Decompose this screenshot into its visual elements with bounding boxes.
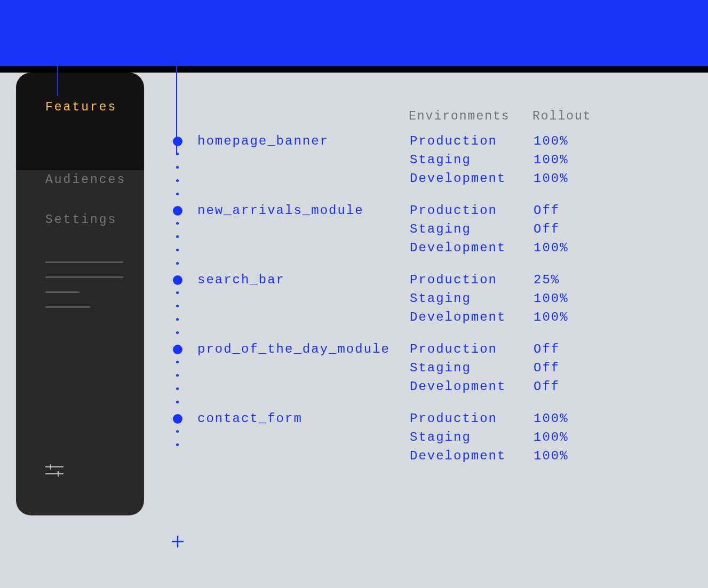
environment-value: Production: [410, 203, 534, 218]
feature-name: contact_form: [197, 411, 410, 426]
rollout-value: Off: [534, 222, 569, 236]
feature-bullet-icon: [173, 414, 182, 424]
rollout-value: 100%: [534, 134, 569, 148]
connector-dots: [176, 153, 179, 195]
rollout-value: 100%: [534, 449, 569, 463]
add-feature-button[interactable]: [170, 534, 186, 550]
sidebar-item-audiences[interactable]: Audiences: [45, 173, 126, 187]
rollout-value: 100%: [534, 411, 569, 426]
sidebar-item-features[interactable]: Features: [45, 100, 117, 114]
connector-dots: [176, 430, 179, 446]
environments-column: ProductionStagingDevelopment: [410, 411, 534, 463]
environment-value: Development: [410, 379, 534, 394]
header-bar: [0, 0, 708, 69]
environment-value: Staging: [410, 222, 534, 236]
rollout-value: 100%: [534, 153, 569, 167]
rollout-value: 100%: [534, 310, 569, 324]
rollout-column: OffOff100%: [534, 203, 569, 255]
environment-value: Production: [410, 273, 534, 287]
environment-value: Development: [410, 449, 534, 463]
feature-bullet-icon: [173, 137, 182, 146]
environment-value: Staging: [410, 153, 534, 167]
features-table: Environments Rollout homepage_bannerProd…: [170, 109, 682, 481]
connector-line-sidebar: [57, 0, 58, 96]
header-rollout: Rollout: [532, 109, 592, 123]
divider-strip: [0, 66, 708, 73]
feature-row[interactable]: search_barProductionStagingDevelopment25…: [170, 273, 682, 342]
environments-column: ProductionStagingDevelopment: [410, 203, 534, 255]
rollout-value: Off: [534, 203, 569, 218]
rollout-value: 100%: [534, 291, 569, 306]
environments-column: ProductionStagingDevelopment: [410, 134, 534, 186]
environment-value: Production: [410, 134, 534, 148]
feature-row[interactable]: contact_formProductionStagingDevelopment…: [170, 411, 682, 481]
rollout-column: 100%100%100%: [534, 134, 569, 186]
sidebar-item-settings[interactable]: Settings: [45, 213, 117, 227]
sidebar: Features Audiences Settings: [16, 73, 144, 515]
rollout-value: 100%: [534, 171, 569, 186]
feature-name: new_arrivals_module: [197, 203, 410, 218]
rollout-value: 25%: [534, 273, 569, 287]
connector-dots: [176, 361, 179, 403]
header-environments: Environments: [409, 109, 532, 123]
environment-value: Development: [410, 241, 534, 255]
feature-name: search_bar: [197, 273, 410, 287]
rollout-column: 100%100%100%: [534, 411, 569, 463]
environment-value: Development: [410, 171, 534, 186]
environments-column: ProductionStagingDevelopment: [410, 342, 534, 394]
feature-row[interactable]: prod_of_the_day_moduleProductionStagingD…: [170, 342, 682, 411]
environment-value: Staging: [410, 291, 534, 306]
feature-bullet-icon: [173, 275, 182, 285]
rollout-value: Off: [534, 342, 560, 356]
feature-row[interactable]: homepage_bannerProductionStagingDevelopm…: [170, 134, 682, 203]
environment-value: Development: [410, 310, 534, 324]
feature-bullet-icon: [173, 206, 182, 216]
feature-name: homepage_banner: [197, 134, 410, 148]
environments-column: ProductionStagingDevelopment: [410, 273, 534, 324]
rollout-column: 25%100%100%: [534, 273, 569, 324]
rollout-column: OffOffOff: [534, 342, 560, 394]
feature-name: prod_of_the_day_module: [197, 342, 410, 356]
connector-line-content: [176, 0, 177, 155]
environment-value: Production: [410, 411, 534, 426]
feature-bullet-icon: [173, 345, 182, 354]
environment-value: Staging: [410, 361, 534, 375]
rollout-value: Off: [534, 361, 560, 375]
feature-row[interactable]: new_arrivals_moduleProductionStagingDeve…: [170, 203, 682, 273]
environment-value: Production: [410, 342, 534, 356]
environment-value: Staging: [410, 430, 534, 444]
rollout-value: Off: [534, 379, 560, 394]
rollout-value: 100%: [534, 241, 569, 255]
sidebar-placeholder-lines: [45, 261, 123, 321]
connector-dots: [176, 222, 179, 265]
rollout-value: 100%: [534, 430, 569, 444]
connector-dots: [176, 291, 179, 334]
sliders-icon[interactable]: [45, 463, 63, 478]
table-headers: Environments Rollout: [170, 109, 682, 123]
